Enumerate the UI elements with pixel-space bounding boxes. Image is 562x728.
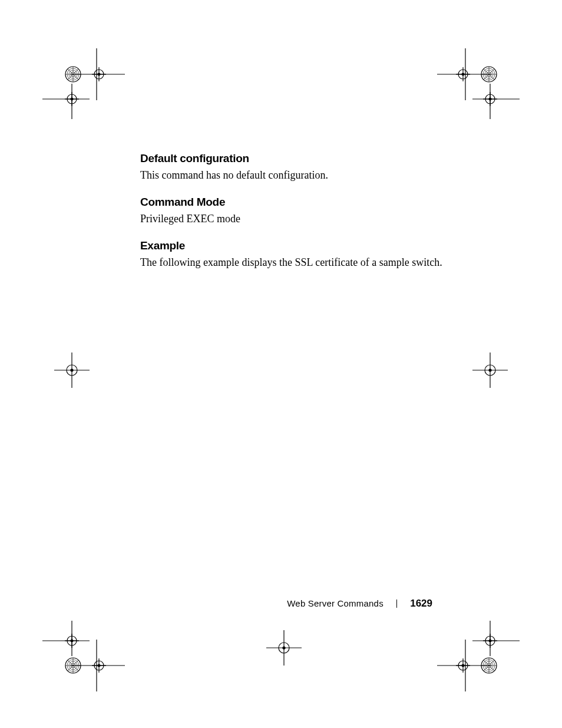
section-body: The following example displays the SSL c… bbox=[140, 255, 470, 270]
svg-line-23 bbox=[484, 69, 494, 80]
svg-point-60 bbox=[481, 658, 497, 673]
section-heading: Example bbox=[140, 239, 470, 252]
svg-line-3 bbox=[68, 69, 78, 80]
svg-line-44 bbox=[68, 660, 78, 671]
svg-point-66 bbox=[485, 661, 493, 670]
page-footer: Web Server Commands 1629 bbox=[0, 598, 562, 610]
section-body: This command has no default configuratio… bbox=[140, 167, 470, 183]
crop-mark-right-icon bbox=[472, 353, 508, 388]
svg-line-24 bbox=[484, 69, 494, 80]
svg-point-87 bbox=[489, 369, 491, 371]
svg-point-7 bbox=[71, 72, 75, 77]
svg-point-65 bbox=[483, 660, 495, 671]
svg-point-5 bbox=[67, 68, 79, 80]
footer-chapter: Web Server Commands bbox=[287, 598, 384, 608]
svg-point-39 bbox=[489, 98, 491, 100]
svg-point-20 bbox=[481, 67, 497, 82]
svg-point-46 bbox=[69, 661, 77, 670]
svg-point-40 bbox=[65, 658, 81, 673]
svg-point-19 bbox=[71, 98, 73, 100]
svg-point-79 bbox=[489, 640, 491, 642]
svg-point-36 bbox=[485, 94, 495, 104]
svg-point-76 bbox=[485, 636, 495, 645]
section-heading: Command Mode bbox=[140, 196, 470, 209]
svg-point-33 bbox=[462, 73, 464, 75]
svg-point-70 bbox=[458, 661, 468, 670]
footer-page-number: 1629 bbox=[410, 598, 432, 609]
svg-point-6 bbox=[69, 70, 77, 78]
svg-point-53 bbox=[98, 664, 100, 667]
svg-point-59 bbox=[71, 640, 73, 642]
svg-point-91 bbox=[283, 647, 285, 649]
page-content: Default configuration This command has n… bbox=[140, 152, 470, 283]
crop-mark-left-icon bbox=[54, 353, 90, 388]
svg-line-64 bbox=[484, 660, 494, 671]
svg-line-63 bbox=[484, 660, 494, 671]
svg-line-43 bbox=[68, 660, 78, 671]
crop-mark-top-left-icon bbox=[37, 48, 125, 119]
crop-mark-top-right-icon bbox=[437, 48, 525, 119]
svg-point-67 bbox=[487, 663, 491, 668]
svg-line-4 bbox=[68, 69, 78, 80]
footer-separator bbox=[396, 599, 397, 608]
svg-point-27 bbox=[487, 72, 491, 77]
svg-point-13 bbox=[98, 73, 100, 75]
svg-point-82 bbox=[67, 365, 77, 375]
svg-point-0 bbox=[65, 67, 81, 82]
crop-mark-bottom-left-icon bbox=[37, 621, 125, 691]
crop-mark-bottom-icon bbox=[266, 630, 302, 666]
svg-point-56 bbox=[67, 636, 77, 645]
svg-point-73 bbox=[462, 664, 464, 667]
section-body: Privileged EXEC mode bbox=[140, 211, 470, 226]
svg-point-16 bbox=[67, 94, 77, 104]
svg-point-10 bbox=[94, 70, 104, 79]
svg-point-26 bbox=[485, 70, 493, 78]
svg-point-50 bbox=[94, 661, 104, 670]
section-heading: Default configuration bbox=[140, 152, 470, 165]
svg-point-25 bbox=[483, 68, 495, 80]
svg-point-86 bbox=[485, 365, 495, 375]
svg-point-30 bbox=[458, 70, 468, 79]
svg-point-83 bbox=[71, 369, 73, 371]
crop-mark-bottom-right-icon bbox=[437, 621, 525, 691]
svg-point-90 bbox=[279, 643, 289, 653]
svg-point-47 bbox=[71, 663, 75, 668]
svg-point-45 bbox=[67, 660, 79, 671]
